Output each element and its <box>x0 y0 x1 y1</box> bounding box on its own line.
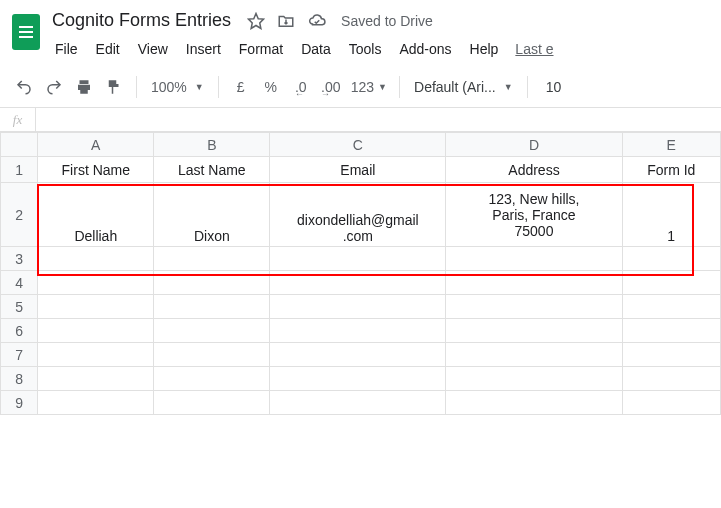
cell[interactable] <box>270 271 446 295</box>
cell[interactable] <box>446 391 622 415</box>
cell[interactable] <box>622 271 720 295</box>
cell[interactable] <box>270 295 446 319</box>
font-size-select[interactable]: 10 <box>536 79 572 95</box>
row-header-4[interactable]: 4 <box>1 271 38 295</box>
cell[interactable] <box>446 295 622 319</box>
table-row: 8 <box>1 367 721 391</box>
col-header-A[interactable]: A <box>38 133 154 157</box>
cell[interactable] <box>622 247 720 271</box>
cell[interactable] <box>270 391 446 415</box>
cell[interactable] <box>38 295 154 319</box>
cell[interactable] <box>154 391 270 415</box>
cell[interactable]: Email <box>270 157 446 183</box>
col-header-B[interactable]: B <box>154 133 270 157</box>
cell[interactable] <box>154 367 270 391</box>
cell[interactable] <box>270 343 446 367</box>
cell[interactable] <box>446 319 622 343</box>
cell[interactable]: 123, New hills, Paris, France 75000 <box>446 183 622 247</box>
cell[interactable] <box>622 391 720 415</box>
menu-edit[interactable]: Edit <box>89 37 127 61</box>
row-header-1[interactable]: 1 <box>1 157 38 183</box>
cell[interactable] <box>154 319 270 343</box>
menu-addons[interactable]: Add-ons <box>392 37 458 61</box>
redo-button[interactable] <box>40 73 68 101</box>
cell[interactable] <box>446 247 622 271</box>
table-row: 2 Delliah Dixon dixondelliah@gmail .com … <box>1 183 721 247</box>
select-all-corner[interactable] <box>1 133 38 157</box>
row-header-5[interactable]: 5 <box>1 295 38 319</box>
cell[interactable]: First Name <box>38 157 154 183</box>
cell[interactable] <box>622 343 720 367</box>
cell[interactable] <box>38 343 154 367</box>
print-button[interactable] <box>70 73 98 101</box>
cloud-saved-icon[interactable] <box>307 12 327 30</box>
menu-file[interactable]: File <box>48 37 85 61</box>
cell[interactable] <box>38 391 154 415</box>
menu-insert[interactable]: Insert <box>179 37 228 61</box>
font-select[interactable]: Default (Ari...▼ <box>408 79 519 95</box>
menu-help[interactable]: Help <box>463 37 506 61</box>
table-row: 1 First Name Last Name Email Address For… <box>1 157 721 183</box>
cell[interactable]: Address <box>446 157 622 183</box>
move-icon[interactable] <box>277 12 295 30</box>
table-row: 4 <box>1 271 721 295</box>
cell[interactable]: Dixon <box>154 183 270 247</box>
cell[interactable]: 1 <box>622 183 720 247</box>
cell[interactable] <box>38 319 154 343</box>
cell[interactable] <box>622 319 720 343</box>
cell[interactable] <box>270 319 446 343</box>
table-row: 3 <box>1 247 721 271</box>
col-header-C[interactable]: C <box>270 133 446 157</box>
cell[interactable] <box>154 271 270 295</box>
formula-bar: fx <box>0 108 721 132</box>
last-edit-link[interactable]: Last e <box>515 37 553 61</box>
chevron-down-icon: ▼ <box>504 82 513 92</box>
col-header-D[interactable]: D <box>446 133 622 157</box>
separator <box>218 76 219 98</box>
cell[interactable] <box>38 271 154 295</box>
cell[interactable] <box>622 367 720 391</box>
cell[interactable] <box>154 343 270 367</box>
number-format-button[interactable]: 123▼ <box>347 73 391 101</box>
col-header-E[interactable]: E <box>622 133 720 157</box>
menu-format[interactable]: Format <box>232 37 290 61</box>
cell[interactable] <box>622 295 720 319</box>
svg-marker-0 <box>249 13 264 28</box>
cell[interactable] <box>154 295 270 319</box>
formula-input[interactable] <box>36 108 721 131</box>
menu-view[interactable]: View <box>131 37 175 61</box>
save-status: Saved to Drive <box>341 13 433 29</box>
cell[interactable] <box>154 247 270 271</box>
cell[interactable] <box>270 367 446 391</box>
undo-button[interactable] <box>10 73 38 101</box>
percent-button[interactable]: % <box>257 73 285 101</box>
table-row: 9 <box>1 391 721 415</box>
row-header-7[interactable]: 7 <box>1 343 38 367</box>
zoom-select[interactable]: 100%▼ <box>145 79 210 95</box>
cell[interactable]: dixondelliah@gmail .com <box>270 183 446 247</box>
cell[interactable] <box>446 367 622 391</box>
doc-title[interactable]: Cognito Forms Entries <box>48 8 235 33</box>
row-header-8[interactable]: 8 <box>1 367 38 391</box>
spreadsheet-grid: A B C D E 1 First Name Last Name Email A… <box>0 132 721 415</box>
cell[interactable] <box>38 247 154 271</box>
menu-tools[interactable]: Tools <box>342 37 389 61</box>
cell[interactable] <box>270 247 446 271</box>
row-header-3[interactable]: 3 <box>1 247 38 271</box>
cell[interactable] <box>446 271 622 295</box>
cell[interactable]: Form Id <box>622 157 720 183</box>
menu-data[interactable]: Data <box>294 37 338 61</box>
decrease-decimal-button[interactable]: .0← <box>287 73 315 101</box>
row-header-2[interactable]: 2 <box>1 183 38 247</box>
row-header-9[interactable]: 9 <box>1 391 38 415</box>
paint-format-button[interactable] <box>100 73 128 101</box>
separator <box>527 76 528 98</box>
currency-button[interactable]: £ <box>227 73 255 101</box>
cell[interactable]: Delliah <box>38 183 154 247</box>
cell[interactable]: Last Name <box>154 157 270 183</box>
cell[interactable] <box>38 367 154 391</box>
star-icon[interactable] <box>247 12 265 30</box>
cell[interactable] <box>446 343 622 367</box>
increase-decimal-button[interactable]: .00→ <box>317 73 345 101</box>
row-header-6[interactable]: 6 <box>1 319 38 343</box>
